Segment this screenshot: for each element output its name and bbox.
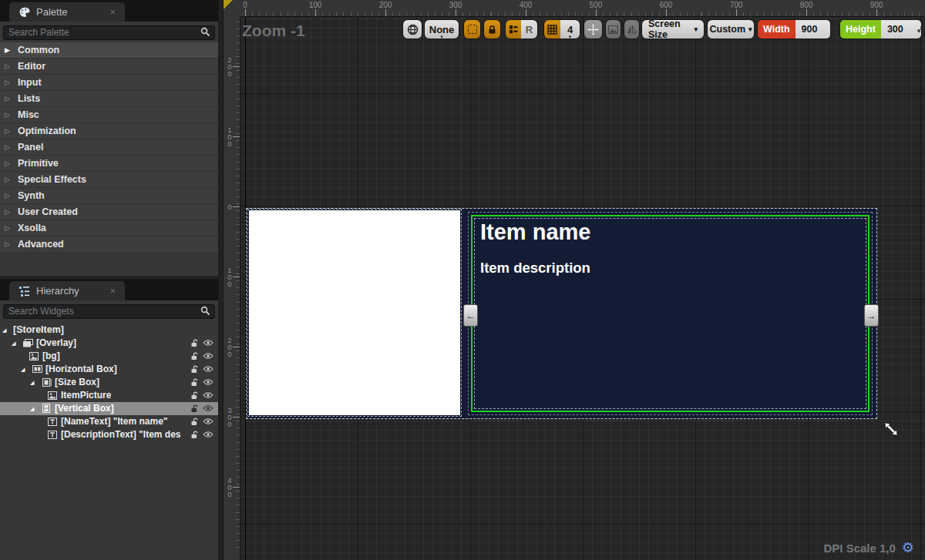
- unlocked-icon[interactable]: [190, 377, 200, 387]
- visibility-eye-icon[interactable]: [203, 431, 214, 438]
- unlocked-icon[interactable]: [190, 364, 200, 374]
- preview-none-dropdown[interactable]: None ▾: [424, 19, 459, 39]
- expanded-arrow-icon[interactable]: ◢: [2, 324, 10, 337]
- image-icon: [47, 391, 58, 400]
- unlocked-icon[interactable]: [190, 351, 200, 360]
- unlocked-icon[interactable]: [190, 404, 200, 413]
- item-picture-box[interactable]: [249, 210, 460, 415]
- expanded-arrow-icon[interactable]: ◢: [12, 337, 19, 350]
- tree-row-vertical-box[interactable]: ◢ [Vertical Box]: [0, 402, 218, 415]
- lock-widgets-toggle[interactable]: [483, 19, 501, 39]
- vertical-box-selection[interactable]: Item name Item description: [471, 215, 870, 412]
- expander-arrow-icon[interactable]: ▷: [5, 111, 12, 119]
- visibility-eye-icon[interactable]: [203, 417, 214, 425]
- designer-canvas[interactable]: Item name Item description ← → 0 100 200…: [224, 0, 925, 560]
- palette-category-panel[interactable]: ▷Panel: [0, 139, 218, 156]
- palette-search-input[interactable]: [3, 25, 215, 40]
- visibility-eye-icon[interactable]: [203, 365, 214, 373]
- expanded-arrow-icon[interactable]: ◢: [30, 402, 38, 415]
- hierarchy-tab[interactable]: Hierarchy ×: [9, 281, 125, 300]
- unlocked-icon[interactable]: [190, 338, 200, 347]
- expander-arrow-icon[interactable]: ▷: [5, 79, 12, 86]
- width-label: Width: [758, 20, 796, 39]
- gear-icon[interactable]: ⚙: [902, 541, 914, 555]
- resize-handle-right[interactable]: →: [864, 304, 879, 327]
- expander-arrow-icon[interactable]: ▷: [5, 192, 12, 200]
- flip-preview-button[interactable]: [624, 19, 640, 39]
- grid-snap-size-dropdown[interactable]: 4 ▾: [560, 20, 580, 39]
- visibility-eye-icon[interactable]: [203, 378, 214, 386]
- designed-widget-storeitem[interactable]: Item name Item description: [247, 209, 876, 418]
- hierarchy-search-input[interactable]: [3, 304, 215, 319]
- transform-mode-button[interactable]: [584, 19, 603, 39]
- palette-category-misc[interactable]: ▷Misc: [0, 107, 218, 123]
- width-input[interactable]: [796, 24, 829, 35]
- ruler-label: 100: [309, 1, 322, 9]
- palette-tab[interactable]: Palette ×: [9, 2, 125, 22]
- visibility-eye-icon[interactable]: [203, 339, 214, 347]
- preview-background-button[interactable]: [605, 19, 621, 39]
- scale-custom-dropdown[interactable]: Custom▾: [707, 19, 755, 39]
- unlocked-icon[interactable]: [190, 417, 200, 426]
- grid-snapping-button[interactable]: [544, 20, 560, 39]
- ruler-label: 800: [800, 1, 813, 9]
- tree-row-bg[interactable]: [bg]: [0, 350, 218, 363]
- expander-arrow-icon[interactable]: ▷: [5, 176, 12, 183]
- unlocked-icon[interactable]: [190, 430, 200, 439]
- palette-category-user-created[interactable]: ▷User Created: [0, 204, 218, 220]
- tree-row-descriptiontext[interactable]: [DescriptionText] "Item des: [0, 428, 218, 441]
- tree-row-storeitem[interactable]: ◢ [StoreItem]: [0, 324, 218, 337]
- palette-icon: [18, 6, 31, 18]
- search-icon: [200, 306, 210, 316]
- item-description-text[interactable]: Item description: [480, 260, 590, 277]
- palette-category-special-effects[interactable]: ▷Special Effects: [0, 172, 218, 188]
- palette-category-primitive[interactable]: ▷Primitive: [0, 156, 218, 172]
- palette-category-editor[interactable]: ▷Editor: [0, 59, 218, 75]
- palette-category-xsolla[interactable]: ▷Xsolla: [0, 220, 218, 236]
- item-name-text[interactable]: Item name: [480, 220, 590, 245]
- tree-row-overlay[interactable]: ◢ [Overlay]: [0, 337, 218, 350]
- dock-splitter[interactable]: [218, 0, 224, 560]
- expander-arrow-icon[interactable]: ▷: [5, 208, 12, 216]
- expanded-arrow-icon[interactable]: ◢: [30, 376, 38, 389]
- visibility-eye-icon[interactable]: [203, 391, 214, 399]
- expander-arrow-icon[interactable]: ▷: [5, 240, 12, 248]
- expander-arrow-icon[interactable]: ▷: [5, 224, 12, 232]
- horizontal-ruler: 0 100 200 300 400 500 600 700 800 900: [224, 0, 925, 17]
- tree-row-size-box[interactable]: ◢ [Size Box]: [0, 376, 218, 389]
- origin-axis-line: [245, 17, 246, 560]
- hierarchy-tab-strip: Hierarchy ×: [0, 279, 218, 300]
- palette-category-optimization[interactable]: ▷Optimization: [0, 123, 218, 139]
- respect-locks-r-button[interactable]: R: [521, 20, 537, 39]
- visibility-eye-icon[interactable]: [203, 404, 214, 412]
- palette-tab-title: Palette: [36, 6, 67, 18]
- palette-category-advanced[interactable]: ▷Advanced: [0, 236, 218, 253]
- resize-handle-left[interactable]: ←: [463, 304, 478, 327]
- respect-locks-button[interactable]: [506, 20, 521, 39]
- visibility-eye-icon[interactable]: [203, 352, 214, 360]
- height-input[interactable]: [881, 24, 915, 35]
- tree-row-itempicture[interactable]: ItemPicture: [0, 389, 218, 402]
- screen-size-dropdown[interactable]: Screen Size▾: [641, 19, 705, 39]
- expander-arrow-icon[interactable]: ▷: [5, 62, 12, 70]
- palette-category-lists[interactable]: ▷Lists: [0, 91, 218, 107]
- hierarchy-tab-close-icon[interactable]: ×: [109, 285, 116, 297]
- unlocked-icon[interactable]: [190, 391, 200, 400]
- width-input-wrap: [796, 20, 831, 39]
- expander-arrow-icon[interactable]: ▷: [5, 159, 12, 167]
- palette-category-input[interactable]: ▷Input: [0, 75, 218, 91]
- palette-category-synth[interactable]: ▷Synth: [0, 188, 218, 204]
- palette-category-common[interactable]: ▶Common: [0, 42, 218, 59]
- show-outlines-toggle[interactable]: [463, 19, 481, 39]
- expander-arrow-icon[interactable]: ▷: [5, 127, 12, 135]
- hierarchy-panel: Hierarchy × ◢ [StoreItem] ◢: [0, 279, 218, 560]
- resize-cursor-icon: [883, 421, 900, 438]
- expander-arrow-icon[interactable]: ▶: [5, 46, 12, 54]
- expander-arrow-icon[interactable]: ▷: [5, 95, 12, 102]
- expanded-arrow-icon[interactable]: ◢: [21, 363, 29, 376]
- tree-row-nametext[interactable]: [NameText] "Item name": [0, 415, 218, 428]
- tree-row-horizontal-box[interactable]: ◢ [Horizontal Box]: [0, 363, 218, 376]
- palette-tab-close-icon[interactable]: ×: [109, 6, 116, 18]
- expander-arrow-icon[interactable]: ▷: [5, 143, 12, 151]
- localization-preview-button[interactable]: [402, 19, 422, 39]
